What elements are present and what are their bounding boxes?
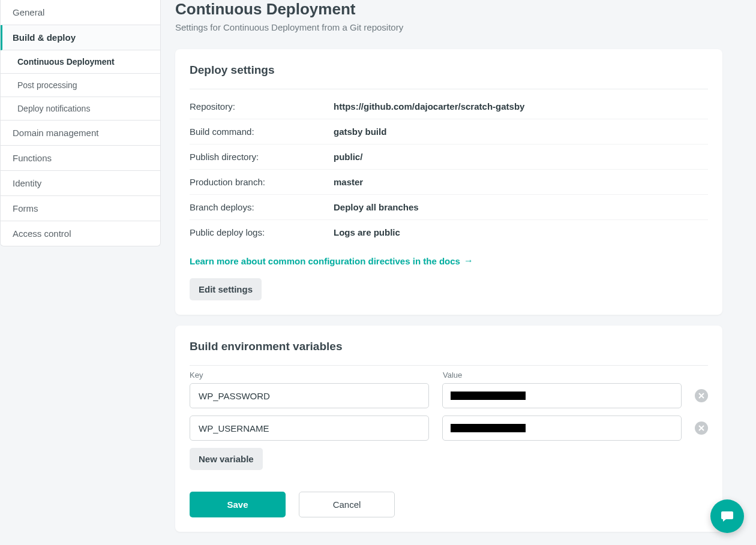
sidebar-item-access-control[interactable]: Access control: [1, 221, 160, 246]
env-value-header: Value: [443, 371, 683, 380]
deploy-settings-card: Deploy settings Repository: https://gith…: [175, 49, 722, 315]
remove-var-button[interactable]: [695, 389, 708, 402]
setting-label: Branch deploys:: [190, 202, 334, 212]
remove-var-button[interactable]: [695, 421, 708, 435]
env-vars-card: Build environment variables Key Value: [175, 326, 722, 532]
sidebar-item-identity[interactable]: Identity: [1, 171, 160, 196]
setting-row-deploy-logs: Public deploy logs: Logs are public: [190, 219, 708, 245]
env-key-header: Key: [190, 371, 430, 380]
setting-row-production-branch: Production branch: master: [190, 169, 708, 194]
settings-sidebar: General Build & deploy Continuous Deploy…: [0, 0, 161, 545]
sidebar-item-build-deploy[interactable]: Build & deploy: [1, 25, 160, 50]
chat-icon: [719, 508, 736, 525]
chat-widget-button[interactable]: [710, 499, 744, 533]
close-icon: [698, 393, 704, 399]
env-var-row: [190, 415, 708, 441]
setting-label: Publish directory:: [190, 152, 334, 162]
sidebar-subitem-deploy-notifications[interactable]: Deploy notifications: [1, 97, 160, 121]
setting-value: https://github.com/dajocarter/scratch-ga…: [334, 101, 524, 112]
new-variable-button[interactable]: New variable: [190, 448, 263, 470]
deploy-settings-title: Deploy settings: [190, 64, 708, 89]
setting-row-build-command: Build command: gatsby build: [190, 119, 708, 144]
page-subtitle: Settings for Continuous Deployment from …: [175, 22, 722, 32]
sidebar-subitem-continuous-deployment[interactable]: Continuous Deployment: [1, 50, 160, 74]
redacted-value: [451, 424, 526, 432]
learn-more-text: Learn more about common configuration di…: [190, 256, 460, 266]
setting-row-repository: Repository: https://github.com/dajocarte…: [190, 94, 708, 119]
page-title: Continuous Deployment: [175, 0, 722, 19]
setting-value: gatsby build: [334, 127, 386, 137]
setting-label: Production branch:: [190, 177, 334, 187]
setting-row-branch-deploys: Branch deploys: Deploy all branches: [190, 194, 708, 219]
setting-label: Build command:: [190, 127, 334, 137]
setting-value: public/: [334, 152, 362, 162]
edit-settings-button[interactable]: Edit settings: [190, 278, 262, 300]
setting-label: Repository:: [190, 101, 334, 112]
sidebar-subitem-post-processing[interactable]: Post processing: [1, 74, 160, 97]
redacted-value: [451, 392, 526, 400]
sidebar-item-forms[interactable]: Forms: [1, 196, 160, 221]
main-content: Continuous Deployment Settings for Conti…: [161, 0, 737, 545]
env-var-row: [190, 383, 708, 408]
sidebar-item-general[interactable]: General: [1, 0, 160, 25]
sidebar-item-functions[interactable]: Functions: [1, 146, 160, 171]
arrow-right-icon: →: [464, 255, 473, 266]
env-key-input[interactable]: [190, 383, 429, 408]
setting-label: Public deploy logs:: [190, 227, 334, 237]
setting-value: Logs are public: [334, 227, 400, 237]
env-key-input[interactable]: [190, 415, 429, 441]
sidebar-item-domain-management[interactable]: Domain management: [1, 121, 160, 146]
setting-row-publish-directory: Publish directory: public/: [190, 144, 708, 169]
save-button[interactable]: Save: [190, 492, 286, 517]
cancel-button[interactable]: Cancel: [299, 492, 395, 517]
env-vars-title: Build environment variables: [190, 340, 708, 366]
setting-value: Deploy all branches: [334, 202, 419, 212]
learn-more-link[interactable]: Learn more about common configuration di…: [190, 255, 473, 266]
close-icon: [698, 425, 704, 431]
setting-value: master: [334, 177, 363, 187]
